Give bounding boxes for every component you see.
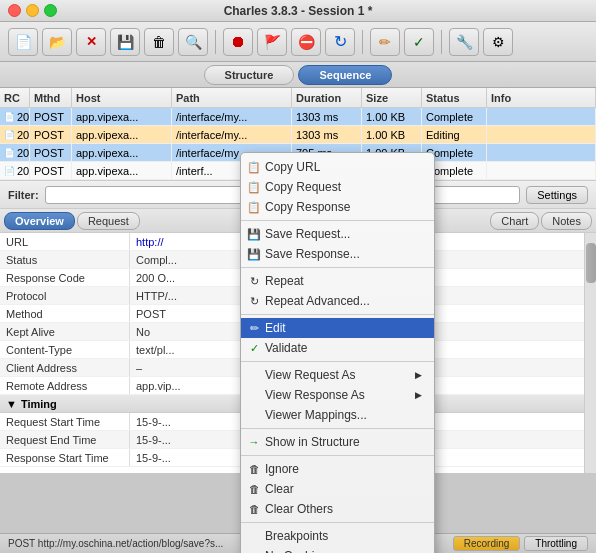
- tab-structure[interactable]: Structure: [204, 65, 295, 85]
- menu-sep-2: [241, 267, 434, 268]
- record-btn[interactable]: ⏺: [223, 28, 253, 56]
- col-header-host[interactable]: Host: [72, 88, 172, 107]
- save-btn[interactable]: 💾: [110, 28, 140, 56]
- validate-btn[interactable]: ✓: [404, 28, 434, 56]
- menu-item-repeat[interactable]: ↻ Repeat: [241, 271, 434, 291]
- col-header-path[interactable]: Path: [172, 88, 292, 107]
- prop-name-request-end: Request End Time: [0, 431, 130, 448]
- copy-icon: 📋: [247, 161, 261, 174]
- menu-item-view-response-as[interactable]: View Response As ▶: [241, 385, 434, 405]
- menu-item-ignore[interactable]: 🗑 Ignore: [241, 459, 434, 479]
- open-btn[interactable]: 📂: [42, 28, 72, 56]
- tab-sequence[interactable]: Sequence: [298, 65, 392, 85]
- context-menu: 📋 Copy URL 📋 Copy Request 📋 Copy Respons…: [240, 152, 435, 553]
- open-icon: 📂: [49, 34, 66, 50]
- status-url-text: POST http://my.oschina.net/action/blog/s…: [8, 538, 223, 549]
- scrollbar-thumb[interactable]: [586, 243, 596, 283]
- validate-icon: ✓: [247, 342, 261, 355]
- close-btn[interactable]: ✕: [76, 28, 106, 56]
- cell-rc: 📄 200: [0, 108, 30, 125]
- throttle-btn[interactable]: 🚩: [257, 28, 287, 56]
- menu-item-copy-request[interactable]: 📋 Copy Request: [241, 177, 434, 197]
- menu-item-clear[interactable]: 🗑 Clear: [241, 479, 434, 499]
- refresh-btn[interactable]: ↻: [325, 28, 355, 56]
- cell-method: POST: [30, 144, 72, 161]
- minimize-btn[interactable]: [26, 4, 39, 17]
- table-header: RC Mthd Host Path Duration Size Status I…: [0, 88, 596, 108]
- table-row[interactable]: 📄 200 POST app.vipexa... /interface/my..…: [0, 126, 596, 144]
- cell-duration: 1303 ms: [292, 126, 362, 143]
- edit-menu-icon: ✏: [247, 322, 261, 335]
- menu-item-clear-others[interactable]: 🗑 Clear Others: [241, 499, 434, 519]
- close-btn[interactable]: [8, 4, 21, 17]
- menu-item-show-in-structure[interactable]: → Show in Structure: [241, 432, 434, 452]
- detail-scrollbar[interactable]: [584, 233, 596, 473]
- search-btn[interactable]: 🔍: [178, 28, 208, 56]
- menu-item-validate[interactable]: ✓ Validate: [241, 338, 434, 358]
- cell-size: 1.00 KB: [362, 126, 422, 143]
- cell-rc: 📄 200: [0, 162, 30, 179]
- title-bar: Charles 3.8.3 - Session 1 *: [0, 0, 596, 22]
- maximize-btn[interactable]: [44, 4, 57, 17]
- prop-name-kept-alive: Kept Alive: [0, 323, 130, 340]
- window-title: Charles 3.8.3 - Session 1 *: [224, 4, 373, 18]
- gear-icon: ⚙: [492, 34, 505, 50]
- copy-request-icon: 📋: [247, 181, 261, 194]
- col-header-duration[interactable]: Duration: [292, 88, 362, 107]
- wrench-icon: 🔧: [456, 34, 473, 50]
- main-tab-bar: Structure Sequence: [0, 62, 596, 88]
- menu-item-copy-url[interactable]: 📋 Copy URL: [241, 157, 434, 177]
- row-doc-icon: 📄: [4, 130, 15, 140]
- clear-btn[interactable]: 🗑: [144, 28, 174, 56]
- settings-btn[interactable]: ⚙: [483, 28, 513, 56]
- menu-item-viewer-mappings[interactable]: Viewer Mappings...: [241, 405, 434, 425]
- cell-info: [487, 108, 596, 125]
- menu-sep-3: [241, 314, 434, 315]
- col-header-size[interactable]: Size: [362, 88, 422, 107]
- menu-sep-1: [241, 220, 434, 221]
- menu-item-view-request-as[interactable]: View Request As ▶: [241, 365, 434, 385]
- menu-item-save-response[interactable]: 💾 Save Response...: [241, 244, 434, 264]
- edit-tool-btn[interactable]: ✏: [370, 28, 400, 56]
- col-header-info[interactable]: Info: [487, 88, 596, 107]
- table-row[interactable]: 📄 200 POST app.vipexa... /interface/my..…: [0, 108, 596, 126]
- tab-notes[interactable]: Notes: [541, 212, 592, 230]
- menu-item-copy-response[interactable]: 📋 Copy Response: [241, 197, 434, 217]
- tab-overview[interactable]: Overview: [4, 212, 75, 230]
- menu-item-save-request[interactable]: 💾 Save Request...: [241, 224, 434, 244]
- flag-icon: 🚩: [264, 34, 281, 50]
- separator-3: [441, 30, 442, 54]
- tab-chart[interactable]: Chart: [490, 212, 539, 230]
- menu-item-repeat-advanced[interactable]: ↻ Repeat Advanced...: [241, 291, 434, 311]
- window-controls: [8, 4, 57, 17]
- trash-icon: 🗑: [152, 34, 166, 50]
- breakpoint-btn[interactable]: ⛔: [291, 28, 321, 56]
- cell-method: POST: [30, 108, 72, 125]
- tab-request[interactable]: Request: [77, 212, 140, 230]
- menu-item-no-caching[interactable]: No Caching: [241, 546, 434, 553]
- prop-name-response-start: Response Start Time: [0, 449, 130, 466]
- prop-name-client-address: Client Address: [0, 359, 130, 376]
- save-icon: 💾: [117, 34, 134, 50]
- refresh-icon: ↻: [334, 32, 347, 51]
- cell-host: app.vipexa...: [72, 108, 172, 125]
- menu-item-breakpoints[interactable]: Breakpoints: [241, 526, 434, 546]
- col-header-rc[interactable]: RC: [0, 88, 30, 107]
- tools-btn[interactable]: 🔧: [449, 28, 479, 56]
- col-header-method[interactable]: Mthd: [30, 88, 72, 107]
- menu-item-edit[interactable]: ✏ Edit: [241, 318, 434, 338]
- status-indicators: Recording Throttling: [449, 536, 588, 551]
- col-header-status[interactable]: Status: [422, 88, 487, 107]
- prop-name-remote-address: Remote Address: [0, 377, 130, 394]
- throttling-indicator[interactable]: Throttling: [524, 536, 588, 551]
- new-session-btn[interactable]: 📄: [8, 28, 38, 56]
- filter-label: Filter:: [8, 189, 39, 201]
- section-collapse-arrow[interactable]: ▼: [6, 398, 17, 410]
- recording-indicator[interactable]: Recording: [453, 536, 521, 551]
- binoculars-icon: 🔍: [185, 34, 202, 50]
- settings-button[interactable]: Settings: [526, 186, 588, 204]
- cell-duration: 1303 ms: [292, 108, 362, 125]
- toolbar: 📄 📂 ✕ 💾 🗑 🔍 ⏺ 🚩 ⛔ ↻ ✏ ✓ 🔧 ⚙: [0, 22, 596, 62]
- copy-response-icon: 📋: [247, 201, 261, 214]
- cell-info: [487, 162, 596, 179]
